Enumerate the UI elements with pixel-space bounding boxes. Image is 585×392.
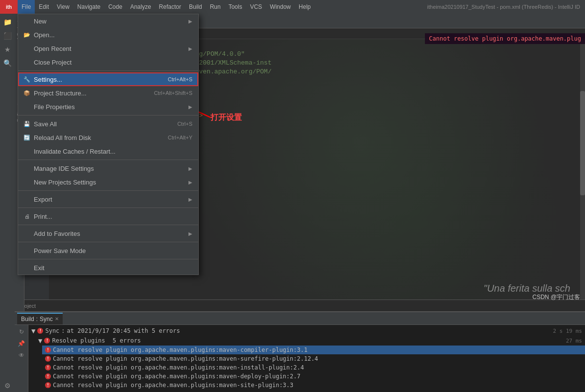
sync-label: Sync — [45, 327, 59, 334]
menu-item-invalidate[interactable]: Invalidate Caches / Restart... — [18, 144, 198, 158]
menu-item-new-projects[interactable]: New Projects Settings ▶ — [18, 175, 198, 189]
menu-item-add-favorites[interactable]: Add to Favorites ▶ — [18, 227, 198, 240]
error-icon-1: ! — [45, 356, 51, 362]
menu-navigate[interactable]: Navigate — [73, 0, 104, 14]
menubar-logo: ith — [0, 0, 18, 14]
open-icon: 📂 — [23, 32, 31, 38]
add-favorites-label: Add to Favorites — [34, 230, 186, 237]
resolve-collapse-icon[interactable]: ▼ — [38, 337, 42, 345]
menu-item-power-save[interactable]: Power Save Mode — [18, 244, 198, 257]
menu-code[interactable]: Code — [104, 0, 126, 14]
error-icon-3: ! — [45, 373, 51, 379]
menu-vcs[interactable]: VCS — [246, 0, 266, 14]
sidebar-icon-settings[interactable]: ⚙ — [1, 379, 14, 392]
error-text-4: Cannot resolve plugin org.apache.maven.p… — [53, 382, 293, 389]
menu-build[interactable]: Build — [185, 0, 206, 14]
menu-item-settings[interactable]: 🔧 Settings... Ctrl+Alt+S — [18, 72, 198, 86]
menu-item-manage-ide[interactable]: Manage IDE Settings ▶ — [18, 161, 198, 175]
build-error-row-1[interactable]: ! Cannot resolve plugin org.apache.maven… — [42, 354, 585, 363]
build-error-row-3[interactable]: ! Cannot resolve plugin org.apache.maven… — [42, 372, 585, 381]
separator-8 — [18, 259, 198, 259]
sync-time: 2 s 19 ms — [553, 328, 582, 334]
menu-item-project-structure[interactable]: 📦 Project Structure... Ctrl+Alt+Shift+S — [18, 86, 198, 100]
manage-ide-arrow: ▶ — [188, 166, 192, 171]
menu-item-save-all[interactable]: 💾 Save All Ctrl+S — [18, 117, 198, 131]
build-panel: Build: Sync ✕ ↻ 📌 👁 ▼ ! Sync: at 2021/9/… — [15, 311, 585, 392]
file-properties-arrow: ▶ — [188, 104, 192, 110]
build-error-row-0[interactable]: ! Cannot resolve plugin org.apache.maven… — [42, 346, 585, 354]
reload-icon: 🔄 — [23, 135, 31, 141]
menu-item-open[interactable]: 📂 Open... — [18, 28, 198, 42]
separator-1 — [18, 70, 198, 71]
menu-item-export[interactable]: Export ▶ — [18, 192, 198, 206]
menu-file[interactable]: File — [18, 0, 35, 14]
window-title: itheima20210917_StudyTest - pom.xml (Thr… — [427, 4, 580, 10]
close-project-label: Close Project — [34, 59, 192, 66]
build-tab-label: Build — [21, 316, 34, 323]
menu-item-print[interactable]: 🖨 Print... — [18, 209, 198, 223]
build-error-row-2[interactable]: ! Cannot resolve plugin org.apache.maven… — [42, 363, 585, 372]
save-all-shortcut: Ctrl+S — [177, 121, 192, 127]
sidebar-icon-search[interactable]: 🔍 — [1, 57, 14, 69]
build-tab-build[interactable]: Build: Sync ✕ — [17, 313, 63, 324]
error-notification: Cannot resolve plugin org.apache.maven.p… — [425, 33, 585, 44]
menu-help[interactable]: Help — [295, 0, 315, 14]
reload-shortcut: Ctrl+Alt+Y — [168, 135, 192, 140]
sidebar: 📁 ⬛ ★ 🔍 ⚙ — [0, 14, 15, 392]
file-properties-label: File Properties — [34, 103, 186, 111]
power-save-label: Power Save Mode — [34, 247, 192, 254]
menu-window[interactable]: Window — [266, 0, 295, 14]
menu-item-open-recent[interactable]: Open Recent ▶ — [18, 42, 198, 55]
error-icon-0: ! — [45, 347, 51, 353]
sidebar-icon-structure[interactable]: ⬛ — [1, 29, 14, 42]
menu-item-close-project[interactable]: Close Project — [18, 55, 198, 69]
menu-analyze[interactable]: Analyze — [126, 0, 155, 14]
error-icon-4: ! — [45, 382, 51, 388]
separator-3 — [18, 160, 198, 160]
menu-item-reload[interactable]: 🔄 Reload All from Disk Ctrl+Alt+Y — [18, 131, 198, 144]
build-panel-tabs: Build: Sync ✕ — [15, 312, 585, 325]
build-tool-pin[interactable]: 📌 — [17, 339, 26, 348]
reload-label: Reload All from Disk — [34, 134, 165, 141]
build-row-sync[interactable]: ▼ ! Sync: at 2021/9/17 20:45 with 5 erro… — [28, 326, 585, 336]
menu-run[interactable]: Run — [206, 0, 225, 14]
build-error-row-4[interactable]: ! Cannot resolve plugin org.apache.maven… — [42, 381, 585, 390]
resolve-count: 5 errors — [113, 337, 141, 344]
resolve-label: Resolve plugins — [52, 337, 105, 344]
error-text-3: Cannot resolve plugin org.apache.maven.p… — [53, 373, 301, 380]
sync-collapse-icon[interactable]: ▼ — [31, 327, 35, 335]
sidebar-icon-favorites[interactable]: ★ — [1, 43, 14, 56]
build-row-resolve[interactable]: ▼ ! Resolve plugins 5 errors 27 ms — [35, 336, 585, 346]
settings-label: Settings... — [34, 76, 165, 83]
build-tab-sync: Sync — [40, 316, 53, 323]
build-tree: ▼ ! Sync: at 2021/9/17 20:45 with 5 erro… — [28, 325, 585, 392]
editor-scrollbar[interactable] — [580, 39, 585, 300]
build-tab-close[interactable]: ✕ — [55, 316, 59, 322]
error-text-0: Cannot resolve plugin org.apache.maven.p… — [53, 346, 307, 353]
build-tool-eye[interactable]: 👁 — [17, 350, 26, 360]
menu-item-new[interactable]: New ▶ — [18, 14, 198, 28]
project-structure-shortcut: Ctrl+Alt+Shift+S — [154, 90, 192, 96]
save-all-label: Save All — [34, 120, 174, 128]
separator-7 — [18, 242, 198, 242]
open-recent-arrow: ▶ — [188, 46, 192, 51]
error-text-2: Cannot resolve plugin org.apache.maven.p… — [53, 364, 304, 371]
menu-edit[interactable]: Edit — [35, 0, 53, 14]
menu-refactor[interactable]: Refactor — [155, 0, 185, 14]
menu-item-file-properties[interactable]: File Properties ▶ — [18, 100, 198, 114]
invalidate-label: Invalidate Caches / Restart... — [34, 148, 192, 155]
menu-item-exit[interactable]: Exit — [18, 261, 198, 275]
new-projects-label: New Projects Settings — [34, 179, 186, 186]
build-tool-rerun[interactable]: ↻ — [17, 327, 26, 337]
bottom-status: project — [15, 300, 585, 311]
new-projects-arrow: ▶ — [188, 180, 192, 185]
menu-tools[interactable]: Tools — [225, 0, 246, 14]
print-label: Print... — [34, 213, 192, 220]
exit-label: Exit — [34, 264, 192, 272]
error-icon-2: ! — [45, 365, 51, 370]
save-all-icon: 💾 — [23, 121, 31, 127]
menu-view[interactable]: View — [53, 0, 73, 14]
add-favorites-arrow: ▶ — [188, 231, 192, 236]
open-recent-label: Open Recent — [34, 45, 186, 52]
sidebar-icon-project[interactable]: 📁 — [1, 16, 14, 28]
